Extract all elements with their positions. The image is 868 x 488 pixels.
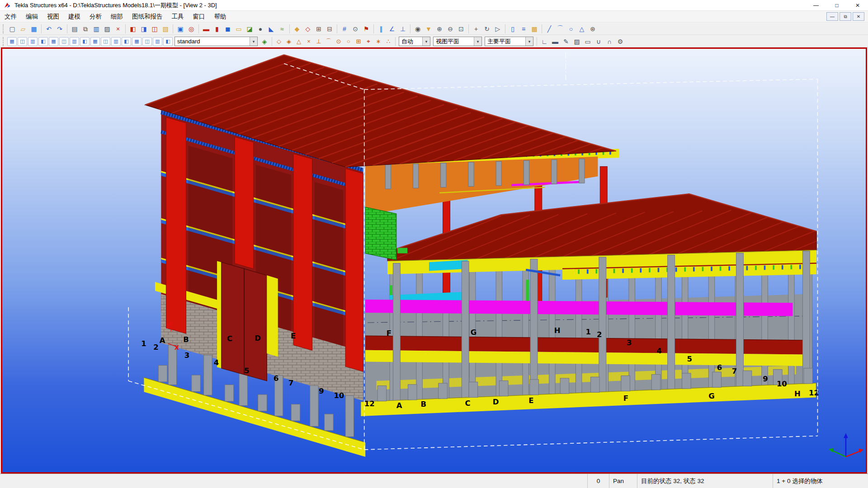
select-assemblies-icon[interactable]: ◧ <box>163 37 173 46</box>
find-objects-icon[interactable]: ◉ <box>412 24 423 34</box>
create-view-icon[interactable]: ▯ <box>507 24 518 34</box>
new-model-icon[interactable]: ▢ <box>7 24 18 34</box>
component-catalog-icon[interactable]: ◆ <box>292 24 302 34</box>
save-model-icon[interactable]: ▦ <box>28 24 39 34</box>
select-welds-icon[interactable]: ◧ <box>80 37 90 46</box>
snap-depth-combo[interactable]: 自动▾ <box>399 37 430 46</box>
create-bolt-icon[interactable]: ● <box>255 24 266 34</box>
snap-origin-icon[interactable]: ◇ <box>274 37 284 47</box>
menu-分析[interactable]: 分析 <box>85 11 106 23</box>
sketch-pen-icon[interactable]: ✎ <box>561 37 571 47</box>
snap-reference-icon[interactable]: ⌖ <box>363 37 373 47</box>
snap-intersection-icon[interactable]: × <box>304 37 314 47</box>
properties-icon[interactable]: ▤ <box>69 24 80 34</box>
chevron-down-icon[interactable]: ▾ <box>250 37 257 46</box>
create-dimension-icon[interactable]: ⊥ <box>397 24 408 34</box>
ga-drawing-icon[interactable]: ◫ <box>149 24 160 34</box>
menu-帮助[interactable]: 帮助 <box>210 11 231 23</box>
rotate-view-icon[interactable]: ↻ <box>481 24 492 34</box>
fit-work-area-icon[interactable]: ⊡ <box>456 24 467 34</box>
mdi-close-button[interactable]: ✕ <box>853 12 864 21</box>
drawing-list-icon[interactable]: ◨ <box>138 24 149 34</box>
numbering-settings-icon[interactable]: ⊙ <box>350 24 361 34</box>
modify-filter-icon[interactable]: ◈ <box>259 37 270 47</box>
multi-drawing-icon[interactable]: ▧ <box>160 24 171 34</box>
snap-center-icon[interactable]: ⊙ <box>334 37 344 47</box>
snap-tangent-icon[interactable]: ⌒ <box>324 37 334 47</box>
compass-icon[interactable]: ⊛ <box>587 24 598 34</box>
sequencer-icon[interactable]: ⊟ <box>324 24 335 34</box>
create-rebar-icon[interactable]: ≈ <box>277 24 288 34</box>
view-plane-combo[interactable]: 视图平面▾ <box>433 37 482 46</box>
fly-through-icon[interactable]: ▷ <box>492 24 503 34</box>
model-3d-view[interactable]: ZX123456791012ABCDEFGH123456791012ABCDEF… <box>2 49 866 472</box>
chevron-down-icon[interactable]: ▾ <box>525 37 533 46</box>
delete-icon[interactable]: × <box>113 24 123 34</box>
selection-filter-combo[interactable]: standard▾ <box>175 37 258 46</box>
create-drawing-icon[interactable]: ◧ <box>127 24 138 34</box>
create-arc-icon[interactable]: ⌒ <box>555 24 566 34</box>
screenshot-icon[interactable]: ▣ <box>175 24 186 34</box>
measure-distance-icon[interactable]: ∥ <box>376 24 387 34</box>
menu-细部[interactable]: 细部 <box>106 11 127 23</box>
snap-gridline-icon[interactable]: ⊞ <box>354 37 363 47</box>
select-surfaces-icon[interactable]: ▥ <box>28 37 38 46</box>
view-list-icon[interactable]: ≡ <box>518 24 529 34</box>
menu-图纸和报告[interactable]: 图纸和报告 <box>127 11 167 23</box>
create-column-icon[interactable]: ▮ <box>212 24 222 34</box>
select-loads-icon[interactable]: ▦ <box>132 37 142 46</box>
select-points-icon[interactable]: ◧ <box>38 37 48 46</box>
interference-check-icon[interactable]: ◎ <box>186 24 197 34</box>
undo-icon[interactable]: ↶ <box>43 24 54 34</box>
clash-check-icon[interactable]: ⚑ <box>361 24 372 34</box>
render-options-icon[interactable]: ▩ <box>529 24 540 34</box>
snap-endpoint-icon[interactable]: △ <box>294 37 304 47</box>
rect-tool-icon[interactable]: ▭ <box>582 37 593 47</box>
print-icon[interactable]: ▨ <box>102 24 113 34</box>
snap-perpendicular-icon[interactable]: ⊥ <box>314 37 324 47</box>
menu-编辑[interactable]: 编辑 <box>21 11 42 23</box>
menu-建模[interactable]: 建模 <box>64 11 85 23</box>
settings-icon[interactable]: ⚙ <box>615 37 626 47</box>
mdi-restore-button[interactable]: ⧉ <box>840 12 851 21</box>
paste-icon[interactable]: ▥ <box>91 24 102 34</box>
auto-connection-icon[interactable]: ◇ <box>302 24 313 34</box>
select-grids-icon[interactable]: ▦ <box>49 37 58 46</box>
create-line-icon[interactable]: ╱ <box>544 24 555 34</box>
create-circle-icon[interactable]: ○ <box>566 24 576 34</box>
menu-窗口[interactable]: 窗口 <box>189 11 210 23</box>
select-rebars-icon[interactable]: ◧ <box>122 37 131 46</box>
menu-文件[interactable]: 文件 <box>0 11 21 23</box>
select-cuts-icon[interactable]: ▦ <box>90 37 100 46</box>
numbering-icon[interactable]: # <box>339 24 350 34</box>
redo-icon[interactable]: ↷ <box>54 24 65 34</box>
maximize-button[interactable]: □ <box>826 0 847 10</box>
create-beam-icon[interactable]: ▬ <box>201 24 212 34</box>
pan-tool-icon[interactable]: + <box>471 24 481 34</box>
measure-angle-icon[interactable]: ∠ <box>387 24 397 34</box>
create-polygon-icon[interactable]: △ <box>576 24 587 34</box>
chevron-down-icon[interactable]: ▾ <box>474 37 481 46</box>
model-viewport[interactable]: ZX123456791012ABCDEFGH123456791012ABCDEF… <box>1 47 867 474</box>
close-button[interactable]: ✕ <box>847 0 868 10</box>
create-slab-icon[interactable]: ▭ <box>233 24 244 34</box>
menu-工具[interactable]: 工具 <box>167 11 189 23</box>
snap-nearest-icon[interactable]: ○ <box>344 37 354 47</box>
create-weld-icon[interactable]: ◣ <box>266 24 277 34</box>
arc-up-icon[interactable]: ∩ <box>604 37 615 47</box>
copy-icon[interactable]: ⧉ <box>80 24 91 34</box>
create-plate-icon[interactable]: ◼ <box>222 24 233 34</box>
select-grid-lines-icon[interactable]: ◫ <box>59 37 69 46</box>
select-single-bolts-icon[interactable]: ▥ <box>111 37 121 46</box>
create-footing-icon[interactable]: ◪ <box>244 24 255 34</box>
zoom-in-icon[interactable]: ⊕ <box>434 24 445 34</box>
select-planes-icon[interactable]: ◫ <box>142 37 152 46</box>
select-bolts-icon[interactable]: ◫ <box>101 37 110 46</box>
select-parts-icon[interactable]: ◫ <box>18 37 27 46</box>
select-all-icon[interactable]: ▦ <box>7 37 17 46</box>
minimize-button[interactable]: — <box>806 0 826 10</box>
select-components-icon[interactable]: ▥ <box>153 37 162 46</box>
selection-filter-icon[interactable]: ▼ <box>423 24 434 34</box>
work-plane-combo[interactable]: 主要平面▾ <box>485 37 533 46</box>
select-joints-icon[interactable]: ▥ <box>70 37 79 46</box>
